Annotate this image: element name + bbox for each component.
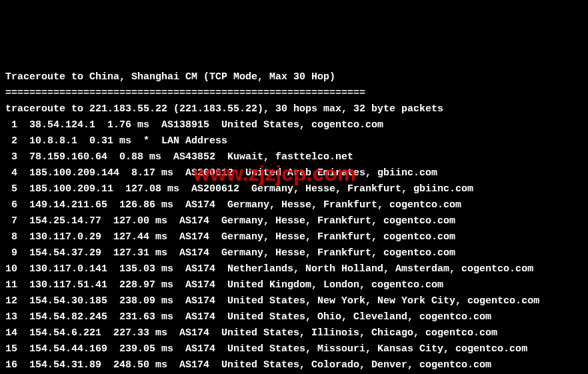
output-line: 7 154.25.14.77 127.00 ms AS174 Germany, … [5,213,583,229]
output-line: 8 130.117.0.29 127.44 ms AS174 Germany, … [5,229,583,245]
output-line: 2 10.8.8.1 0.31 ms * LAN Address [5,133,583,149]
output-line: 12 154.54.30.185 238.09 ms AS174 United … [5,293,583,309]
output-line: 6 149.14.211.65 126.86 ms AS174 Germany,… [5,197,583,213]
output-line: 14 154.54.6.221 227.33 ms AS174 United S… [5,325,583,341]
output-line: 5 185.100.209.11 127.08 ms AS200612 Germ… [5,181,583,197]
output-line: 1 38.54.124.1 1.76 ms AS138915 United St… [5,117,583,133]
output-line: 9 154.54.37.29 127.31 ms AS174 Germany, … [5,245,583,261]
terminal-output: Traceroute to China, Shanghai CM (TCP Mo… [5,69,583,374]
output-line: 4 185.100.209.144 8.17 ms AS200612 Unite… [5,165,583,181]
output-line: 11 130.117.51.41 228.97 ms AS174 United … [5,277,583,293]
output-line: 13 154.54.82.245 231.63 ms AS174 United … [5,309,583,325]
output-line: traceroute to 221.183.55.22 (221.183.55.… [5,101,583,117]
output-line: 3 78.159.160.64 0.88 ms AS43852 Kuwait, … [5,149,583,165]
output-line: 10 130.117.0.141 135.03 ms AS174 Netherl… [5,261,583,277]
output-line: 15 154.54.44.169 239.05 ms AS174 United … [5,341,583,357]
output-line: 16 154.54.31.89 248.50 ms AS174 United S… [5,357,583,373]
output-line: Traceroute to China, Shanghai CM (TCP Mo… [5,69,583,85]
output-line: ========================================… [5,85,583,101]
